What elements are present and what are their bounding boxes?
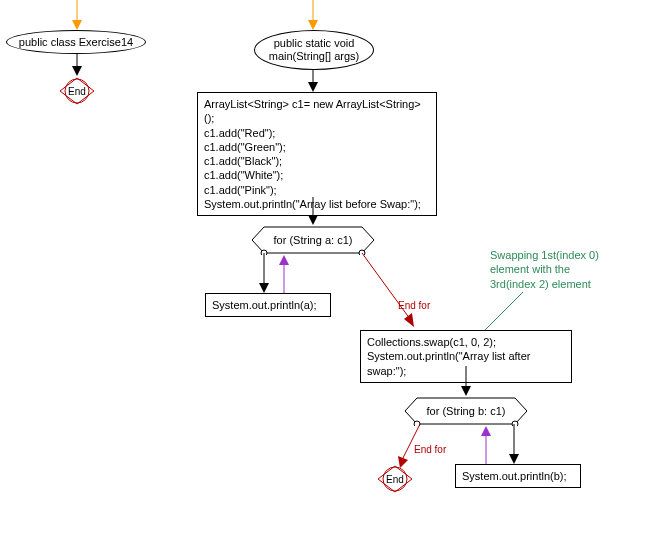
svg-marker-9 [308, 82, 318, 92]
end-for1-label: End for [398, 300, 430, 311]
comment-l2: element with the [490, 262, 620, 276]
block2-l2: System.out.println("Array list after swa… [367, 349, 565, 378]
for1-hex: for (String a: c1) [250, 225, 376, 255]
block1-l6: c1.add("Pink"); [204, 183, 430, 197]
svg-marker-24 [405, 398, 527, 424]
svg-marker-3 [72, 66, 82, 76]
swap-comment: Swapping 1st(index 0) element with the 3… [490, 248, 620, 291]
svg-marker-1 [72, 20, 82, 30]
for2-hex: for (String b: c1) [403, 396, 529, 426]
svg-point-26 [512, 421, 518, 426]
svg-marker-28 [509, 454, 519, 464]
block2-rect: Collections.swap(c1, 0, 2); System.out.p… [360, 330, 572, 383]
print-b-rect: System.out.println(b); [455, 464, 581, 488]
svg-marker-30 [481, 426, 491, 436]
method-decl-ellipse: public static void main(String[] args) [254, 30, 374, 70]
comment-l3: 3rd(index 2) element [490, 277, 620, 291]
print-a-text: System.out.println(a); [212, 299, 317, 311]
svg-marker-12 [252, 227, 374, 253]
class-decl-ellipse: public class Exercise14 [6, 30, 146, 54]
block2-l1: Collections.swap(c1, 0, 2); [367, 335, 565, 349]
end-class-label: End [58, 76, 96, 106]
end-for2-label: End for [414, 444, 446, 455]
svg-marker-20 [404, 313, 414, 327]
svg-marker-11 [308, 215, 318, 225]
end-method-node: End [376, 464, 414, 494]
svg-marker-23 [461, 386, 471, 396]
method-decl-l1: public static void [274, 37, 355, 50]
block1-rect: ArrayList<String> c1= new ArrayList<Stri… [197, 92, 437, 216]
svg-marker-16 [259, 283, 269, 293]
print-a-rect: System.out.println(a); [205, 293, 331, 317]
block1-l2: c1.add("Red"); [204, 126, 430, 140]
svg-line-21 [485, 292, 523, 330]
svg-point-13 [261, 250, 267, 255]
svg-point-25 [414, 421, 420, 426]
svg-marker-18 [279, 255, 289, 265]
block1-l4: c1.add("Black"); [204, 154, 430, 168]
comment-l1: Swapping 1st(index 0) [490, 248, 620, 262]
block1-l7: System.out.println("Array list before Sw… [204, 197, 430, 211]
block1-l1: ArrayList<String> c1= new ArrayList<Stri… [204, 97, 430, 126]
end-method-label: End [376, 464, 414, 494]
print-b-text: System.out.println(b); [462, 470, 567, 482]
block1-l3: c1.add("Green"); [204, 140, 430, 154]
method-decl-l2: main(String[] args) [269, 50, 359, 63]
svg-point-14 [359, 250, 365, 255]
svg-marker-7 [308, 20, 318, 30]
class-decl-text: public class Exercise14 [19, 36, 133, 48]
block1-l5: c1.add("White"); [204, 168, 430, 182]
end-class-node: End [58, 76, 96, 106]
